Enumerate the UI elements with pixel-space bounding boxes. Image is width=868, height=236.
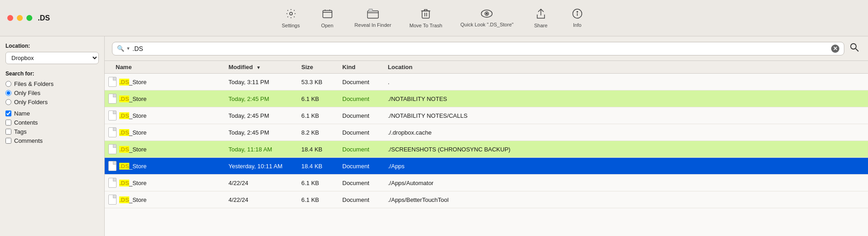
filename-rest-part: _Store — [129, 163, 147, 170]
cell-location: ./.dropbox.cache — [382, 124, 868, 141]
search-input[interactable] — [132, 45, 828, 52]
checkbox-label-name: Name — [14, 110, 30, 117]
info-button[interactable]: Info — [559, 5, 595, 31]
filename: .DS_Store — [119, 163, 147, 170]
table-row[interactable]: .DS_StoreToday, 11:18 AM18.4 KBDocument.… — [105, 141, 868, 158]
quick-look-button[interactable]: Quick Look ".DS_Store" — [452, 5, 523, 31]
table-row[interactable]: .DS_StoreToday, 2:45 PM8.2 KBDocument./.… — [105, 124, 868, 141]
checkbox-contents[interactable]: Contents — [5, 119, 99, 126]
titlebar: .DS Settings Open — [0, 0, 868, 36]
search-bar: 🔍 ▾ ✕ — [105, 36, 868, 61]
checkbox-name[interactable]: Name — [5, 110, 99, 117]
filename-ds-part: .DS — [119, 95, 129, 102]
svg-point-0 — [289, 12, 292, 15]
file-icon — [108, 144, 117, 154]
share-button[interactable]: Share — [523, 5, 559, 32]
cell-location: . — [382, 74, 868, 90]
radio-only-files[interactable]: Only Files — [5, 90, 99, 96]
file-icon — [108, 178, 117, 188]
filename-ds-part: .DS — [119, 129, 129, 136]
cell-name: .DS_Store — [105, 191, 223, 208]
table-row[interactable]: .DS_StoreToday, 3:11 PM53.3 KBDocument. — [105, 74, 868, 90]
cell-location: ./Apps/Automator — [382, 175, 868, 191]
filename: .DS_Store — [119, 180, 147, 186]
checkbox-input-comments[interactable] — [5, 138, 11, 144]
cell-location: ./Apps/BetterTouchTool — [382, 191, 868, 208]
quick-look-label: Quick Look ".DS_Store" — [461, 22, 514, 27]
open-label: Open — [321, 23, 333, 28]
filename: .DS_Store — [119, 196, 147, 203]
svg-point-7 — [486, 13, 487, 14]
svg-rect-1 — [323, 10, 332, 18]
checkbox-input-tags[interactable] — [5, 129, 11, 135]
info-label: Info — [573, 22, 581, 28]
radio-input-only-files[interactable] — [5, 90, 11, 96]
cell-size: 6.1 KB — [296, 175, 337, 191]
close-button[interactable] — [7, 15, 13, 21]
minimize-button[interactable] — [17, 15, 23, 21]
cell-size: 53.3 KB — [296, 74, 337, 90]
location-dropdown[interactable]: Dropbox — [5, 52, 99, 64]
checkbox-comments[interactable]: Comments — [5, 137, 99, 144]
share-label: Share — [534, 23, 547, 28]
cell-size: 18.4 KB — [296, 141, 337, 158]
move-to-trash-label: Move To Trash — [410, 23, 442, 28]
filename-ds-part: .DS — [119, 180, 129, 186]
cell-modified: Today, 2:45 PM — [223, 124, 296, 141]
filename: .DS_Store — [119, 146, 147, 153]
col-kind: Kind — [337, 61, 382, 74]
move-to-trash-button[interactable]: Move To Trash — [401, 5, 452, 32]
radio-label-only-files: Only Files — [14, 90, 41, 96]
filename-rest-part: _Store — [129, 180, 147, 186]
window-controls — [7, 15, 32, 21]
cell-name: .DS_Store — [105, 74, 223, 90]
col-size: Size — [296, 61, 337, 74]
checkbox-input-contents[interactable] — [5, 120, 11, 126]
checkbox-input-name[interactable] — [5, 110, 11, 116]
filename-rest-part: _Store — [129, 79, 147, 85]
reveal-in-finder-button[interactable]: Reveal In Finder — [345, 5, 401, 31]
settings-button[interactable]: Settings — [273, 5, 309, 32]
svg-point-10 — [577, 11, 578, 12]
cell-kind: Document — [337, 107, 382, 124]
radio-input-files-folders[interactable] — [5, 81, 11, 87]
open-icon — [322, 8, 333, 21]
search-dropdown-arrow[interactable]: ▾ — [127, 45, 130, 51]
filename: .DS_Store — [119, 79, 147, 85]
table-row[interactable]: .DS_Store4/22/246.1 KBDocument./Apps/Aut… — [105, 175, 868, 191]
svg-rect-2 — [367, 11, 378, 18]
table-row[interactable]: .DS_StoreToday, 2:45 PM6.1 KBDocument./N… — [105, 107, 868, 124]
filename-rest-part: _Store — [129, 129, 147, 136]
cell-size: 6.1 KB — [296, 191, 337, 208]
cell-modified: 4/22/24 — [223, 191, 296, 208]
cell-name: .DS_Store — [105, 90, 223, 107]
cell-modified: Today, 2:45 PM — [223, 90, 296, 107]
svg-point-11 — [851, 44, 856, 49]
location-label: Location: — [5, 43, 99, 49]
table-row[interactable]: .DS_Store4/22/246.1 KBDocument./Apps/Bet… — [105, 191, 868, 208]
search-go-button[interactable] — [848, 41, 861, 56]
main-layout: Location: Dropbox Search for: Files & Fo… — [0, 36, 868, 236]
col-modified[interactable]: Modified ▼ — [223, 61, 296, 74]
table-row[interactable]: .DS_StoreYesterday, 10:11 AM18.4 KBDocum… — [105, 158, 868, 175]
file-icon — [108, 161, 117, 171]
checkbox-tags[interactable]: Tags — [5, 128, 99, 135]
search-magnifier-icon: 🔍 — [117, 45, 124, 52]
filename: .DS_Store — [119, 95, 147, 102]
results-table: Name Modified ▼ Size Kind — [105, 61, 868, 208]
radio-only-folders[interactable]: Only Folders — [5, 99, 99, 105]
filename-ds-part: .DS — [119, 196, 129, 203]
table-row[interactable]: .DS_StoreToday, 2:45 PM6.1 KBDocument./N… — [105, 90, 868, 107]
radio-files-folders[interactable]: Files & Folders — [5, 80, 99, 87]
reveal-in-finder-label: Reveal In Finder — [355, 22, 391, 28]
cell-modified: Today, 3:11 PM — [223, 74, 296, 90]
radio-input-only-folders[interactable] — [5, 99, 11, 105]
open-button[interactable]: Open — [309, 5, 345, 32]
cell-kind: Document — [337, 74, 382, 90]
maximize-button[interactable] — [26, 15, 32, 21]
cell-modified: Yesterday, 10:11 AM — [223, 158, 296, 175]
col-name: Name — [105, 61, 223, 74]
info-icon — [572, 9, 582, 20]
cell-kind: Document — [337, 90, 382, 107]
search-clear-button[interactable]: ✕ — [831, 45, 839, 53]
